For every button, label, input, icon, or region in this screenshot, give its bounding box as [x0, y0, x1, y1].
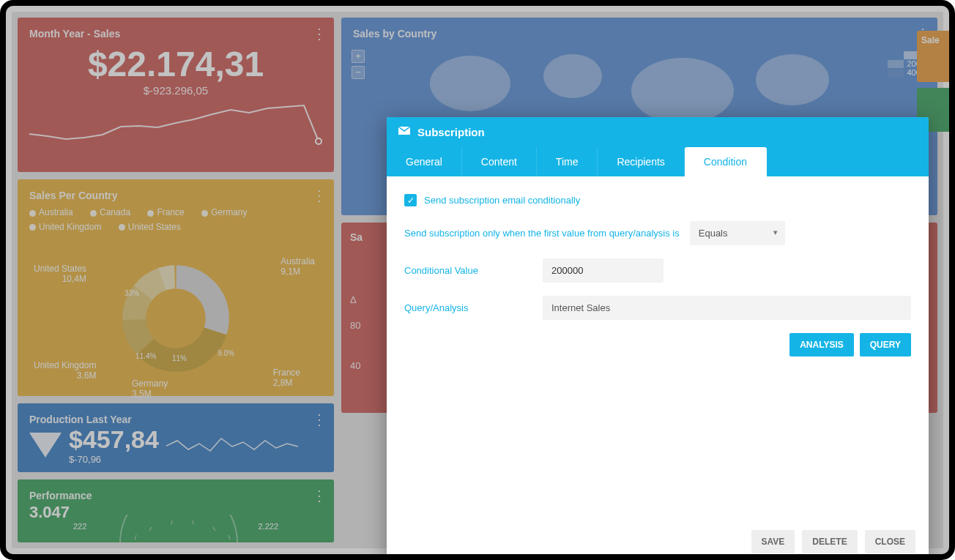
app-frame: Month Year - Sales ⋮ $22.174,31 $-923.29…	[0, 0, 955, 560]
cond-value-input[interactable]	[543, 258, 664, 283]
save-button[interactable]: SAVE	[751, 530, 795, 553]
condition-lead-text: Send subscription only when the first va…	[404, 228, 680, 239]
modal-body: ✓ Send subscription email conditionally …	[387, 176, 929, 520]
modal-footer: SAVE DELETE CLOSE	[387, 520, 929, 560]
tab-general[interactable]: General	[387, 147, 462, 176]
operator-select[interactable]: Equals	[690, 221, 785, 245]
modal-title: Subscription	[417, 126, 485, 138]
modal-tabs: General Content Time Recipients Conditio…	[387, 147, 929, 176]
query-analysis-label: Query/Analysis	[404, 302, 532, 313]
modal-header: Subscription	[387, 117, 929, 147]
cond-value-label: Conditional Value	[404, 265, 532, 276]
tab-condition[interactable]: Condition	[685, 147, 767, 176]
analysis-button[interactable]: ANALYSIS	[789, 333, 854, 356]
subscription-modal: Subscription General Content Time Recipi…	[387, 117, 929, 560]
tab-time[interactable]: Time	[537, 147, 598, 176]
close-button[interactable]: CLOSE	[865, 530, 915, 553]
delete-button[interactable]: DELETE	[802, 530, 857, 553]
tab-content[interactable]: Content	[462, 147, 537, 176]
query-button[interactable]: QUERY	[860, 333, 911, 356]
checkbox-label: Send subscription email conditionally	[424, 195, 580, 206]
tab-recipients[interactable]: Recipients	[598, 147, 684, 176]
mail-icon	[398, 126, 410, 138]
conditional-checkbox[interactable]: ✓	[404, 194, 417, 206]
query-analysis-value: Internet Sales	[543, 296, 911, 320]
